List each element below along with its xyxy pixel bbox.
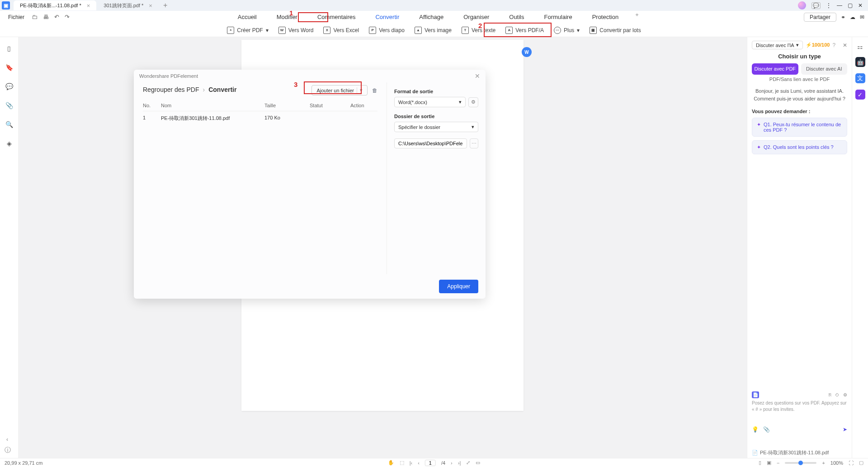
settings-icon[interactable]: ⚙ <box>843 392 847 397</box>
page-input[interactable] <box>425 460 436 466</box>
send-icon[interactable]: ➤ <box>843 426 847 433</box>
fit-icon[interactable]: ⤢ <box>466 460 470 466</box>
apply-button[interactable]: Appliquer <box>439 280 478 293</box>
plus-button[interactable]: ⋯Plus▾ <box>554 27 580 34</box>
close-icon[interactable]: × <box>87 2 90 9</box>
undo-icon[interactable]: ↶ <box>54 14 59 20</box>
ai-greeting: Bonjour, je suis Lumi, votre assistant I… <box>752 87 847 102</box>
to-pdfa-button[interactable]: AVers PDF/A <box>505 27 544 34</box>
history-icon[interactable]: ⏲ <box>835 392 840 397</box>
menu-commentaires[interactable]: Commentaires <box>314 12 359 22</box>
menu-outils[interactable]: Outils <box>505 12 528 22</box>
format-select[interactable]: Word(*.docx)▾ <box>394 97 466 107</box>
next-page-icon[interactable]: › <box>451 460 453 466</box>
menu-protection[interactable]: Protection <box>589 12 623 22</box>
browse-icon[interactable]: ⋯ <box>470 138 478 148</box>
create-pdf-button[interactable]: +Créer PDF▾ <box>227 27 268 34</box>
redo-icon[interactable]: ↷ <box>65 14 70 20</box>
chat-icon[interactable]: 💬 <box>811 2 821 9</box>
save-icon[interactable]: 🗀 <box>32 14 38 20</box>
more-icon[interactable]: ⋮ <box>826 2 831 9</box>
suggestion-q1[interactable]: Q1. Peux-tu résumer le contenu de ces PD… <box>752 118 847 137</box>
hand-tool-icon[interactable]: ✋ <box>388 460 394 466</box>
minimize-icon[interactable]: — <box>837 2 842 9</box>
zoom-out-icon[interactable]: − <box>777 460 779 466</box>
attachments-icon[interactable]: 📎 <box>5 101 13 110</box>
share-link-icon[interactable]: ⚭ <box>841 14 845 20</box>
add-tab-button[interactable]: + <box>160 1 171 10</box>
ai-mode-dropdown[interactable]: Discuter avec l'IA ▾ <box>752 41 803 49</box>
path-input[interactable] <box>394 138 467 148</box>
help-icon[interactable]: ? <box>832 42 835 48</box>
bulb-icon[interactable]: 💡 <box>752 426 759 433</box>
help-icon[interactable]: ⓘ <box>5 446 11 454</box>
dialog-close-icon[interactable]: ✕ <box>475 72 480 80</box>
to-word-button[interactable]: WVers Word <box>278 27 314 34</box>
close-icon[interactable]: × <box>149 2 152 9</box>
bookmarks-icon[interactable]: 🔖 <box>5 63 13 71</box>
doc-icon[interactable]: 📄 <box>752 391 759 398</box>
close-window-icon[interactable]: ✕ <box>858 2 863 9</box>
copy-icon[interactable]: ⎘ <box>829 392 831 397</box>
maximize-icon[interactable]: ▢ <box>848 2 853 9</box>
document-tab-1[interactable]: PE-待取消&新...-11.08.pdf * × <box>14 0 96 10</box>
last-page-icon[interactable]: ›| <box>458 460 461 466</box>
collapse-sidebar-icon[interactable]: ‹ <box>6 436 8 443</box>
file-menu[interactable]: Fichier <box>4 14 29 20</box>
ai-orb-icon[interactable] <box>798 1 806 10</box>
check-icon[interactable]: ✓ <box>855 90 865 100</box>
menu-accueil[interactable]: Accueil <box>234 12 260 22</box>
strip-settings-icon[interactable]: ⚏ <box>856 43 864 51</box>
menu-affichage[interactable]: Affichage <box>415 12 447 22</box>
menu-right-tools: Partager ⚭ ☁ ✉ <box>804 13 864 22</box>
document-tab-2[interactable]: 301跳转页面.pdf * × <box>97 0 159 10</box>
chevron-down-icon[interactable]: ▾ <box>357 87 363 93</box>
word-badge-icon[interactable]: W <box>522 47 532 57</box>
menu-organiser[interactable]: Organiser <box>460 12 493 22</box>
menu-formulaire[interactable]: Formulaire <box>541 12 576 22</box>
crumb-root[interactable]: Regrouper des PDF <box>143 86 199 93</box>
cloud-icon[interactable]: ☁ <box>850 14 855 20</box>
format-settings-icon[interactable]: ⚙ <box>468 97 478 107</box>
translate-icon[interactable]: 文 <box>855 73 865 83</box>
ai-bot-icon[interactable]: 🤖 <box>855 57 865 67</box>
mail-icon[interactable]: ✉ <box>860 14 864 20</box>
menu-convertir[interactable]: Convertir <box>372 12 403 22</box>
trash-icon[interactable]: 🗑 <box>372 87 377 94</box>
batch-convert-button[interactable]: ▦Convertir par lots <box>590 27 641 34</box>
tab-chat-ai[interactable]: Discuter avec AI <box>801 63 848 75</box>
prev-page-icon[interactable]: ‹ <box>418 460 420 466</box>
zoom-slider[interactable] <box>785 462 816 464</box>
menu-modifier[interactable]: Modifier <box>273 12 301 22</box>
col-nom: Nom <box>161 103 264 108</box>
read-icon[interactable]: ▭ <box>476 460 480 466</box>
print-icon[interactable]: 🖶 <box>43 14 49 20</box>
zoom-thumb[interactable] <box>798 461 803 465</box>
share-button[interactable]: Partager <box>804 13 836 22</box>
view-mode-icon[interactable]: ▯ <box>759 460 761 466</box>
close-panel-icon[interactable]: ✕ <box>843 42 847 48</box>
view-mode-2-icon[interactable]: ▣ <box>767 460 771 466</box>
to-diapo-button[interactable]: PVers diapo <box>369 27 405 34</box>
dossier-select[interactable]: Spécifier le dossier▾ <box>394 122 478 132</box>
thumbnails-icon[interactable]: ▯ <box>5 44 13 52</box>
suggestion-q2[interactable]: Q2. Quels sont les points clés ? <box>752 140 847 154</box>
search-icon[interactable]: 🔍 <box>5 120 13 129</box>
add-file-button[interactable]: Ajouter un fichier ▾ <box>311 85 368 95</box>
select-value: Word(*.docx) <box>398 100 427 105</box>
select-tool-icon[interactable]: ⬚ <box>400 460 404 466</box>
tab-chat-pdf[interactable]: Discuter avec PDF <box>752 63 798 75</box>
fit-page-icon[interactable]: ▢ <box>859 460 863 466</box>
layers-icon[interactable]: ◈ <box>5 139 13 148</box>
zoom-in-icon[interactable]: + <box>822 460 825 466</box>
fullscreen-icon[interactable]: ⛶ <box>849 460 854 466</box>
table-row[interactable]: 1 PE-待取消新301跳转-11.08.pdf 170 Ko <box>143 111 377 125</box>
suggestion-hint: Vous pouvez demander : <box>752 109 847 114</box>
first-page-icon[interactable]: |‹ <box>410 460 413 466</box>
comments-icon[interactable]: 💬 <box>5 82 13 91</box>
lightbulb-icon[interactable]: ✦ <box>635 12 639 22</box>
to-image-button[interactable]: ▲Vers image <box>415 27 452 34</box>
attach-icon[interactable]: 📎 <box>763 426 770 433</box>
cell-taille: 170 Ko <box>264 115 310 122</box>
to-excel-button[interactable]: XVers Excel <box>323 27 359 34</box>
